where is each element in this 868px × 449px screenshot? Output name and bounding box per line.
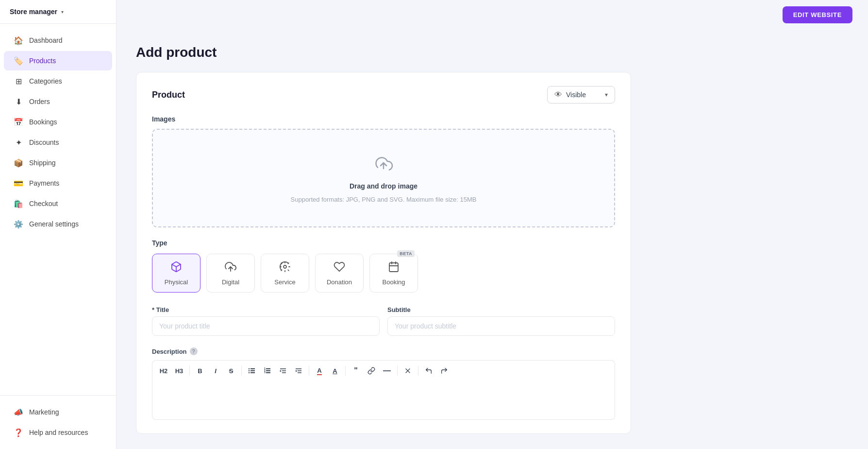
- box-icon: [170, 261, 182, 276]
- sidebar-item-general-settings[interactable]: ⚙️ General settings: [4, 214, 112, 234]
- toolbar-redo-button[interactable]: [437, 363, 451, 378]
- sidebar-item-products[interactable]: 🏷️ Products: [4, 51, 112, 70]
- editor-toolbar: H2 H3 B I S 123: [152, 360, 615, 381]
- toolbar-blockquote-button[interactable]: ": [349, 363, 363, 378]
- sidebar-nav: 🏠 Dashboard 🏷️ Products ⊞ Categories ⬇ O…: [0, 24, 116, 395]
- type-option-digital[interactable]: Digital: [206, 254, 255, 293]
- description-editor[interactable]: [152, 381, 615, 420]
- svg-rect-14: [266, 370, 270, 371]
- edit-website-button[interactable]: EDIT WEBSITE: [783, 6, 852, 23]
- images-label: Images: [152, 115, 615, 123]
- sidebar-item-label-help: Help and resources: [29, 429, 88, 436]
- drop-sub-text: Supported formats: JPG, PNG and SVG. Max…: [291, 196, 477, 203]
- description-info-icon[interactable]: ?: [190, 347, 198, 355]
- toolbar-h2-button[interactable]: H2: [156, 363, 171, 378]
- sidebar-item-label-checkout: Checkout: [29, 200, 58, 207]
- sidebar-item-discounts[interactable]: ✦ Discounts: [4, 133, 112, 152]
- svg-rect-9: [250, 372, 255, 373]
- toolbar-indent-decrease-button[interactable]: [276, 363, 290, 378]
- sidebar-item-label-categories: Categories: [29, 77, 62, 85]
- toolbar-link-button[interactable]: [364, 363, 379, 378]
- sidebar-item-label-discounts: Discounts: [29, 138, 59, 146]
- drop-main-text: Drag and drop image: [350, 182, 417, 190]
- toolbar-ordered-list-button[interactable]: 123: [260, 363, 275, 378]
- payments-icon: 💳: [14, 178, 23, 188]
- checkout-icon: 🛍️: [14, 199, 23, 208]
- svg-text:3: 3: [264, 371, 266, 374]
- sidebar-item-label-bookings: Bookings: [29, 118, 57, 126]
- title-field-group: * Title: [152, 306, 380, 336]
- type-label-donation: Donation: [327, 278, 352, 286]
- sidebar-item-orders[interactable]: ⬇ Orders: [4, 92, 112, 111]
- svg-point-12: [249, 372, 250, 373]
- toolbar-divider-3: [309, 366, 309, 376]
- subtitle-input[interactable]: [387, 316, 615, 336]
- store-manager-header[interactable]: Store manager ▾: [0, 0, 116, 24]
- toolbar-text-underline-button[interactable]: A: [328, 363, 342, 378]
- general-settings-icon: ⚙️: [14, 219, 23, 229]
- dashboard-icon: 🏠: [14, 35, 23, 45]
- store-manager-label: Store manager: [10, 8, 57, 16]
- sidebar-item-categories[interactable]: ⊞ Categories: [4, 71, 112, 91]
- toolbar-italic-button[interactable]: I: [208, 363, 223, 378]
- toolbar-undo-button[interactable]: [421, 363, 436, 378]
- type-label-digital: Digital: [222, 278, 239, 286]
- sidebar-item-marketing[interactable]: 📣 Marketing: [4, 402, 112, 422]
- svg-rect-8: [250, 370, 255, 371]
- orders-icon: ⬇: [14, 97, 23, 106]
- bookings-icon: 📅: [14, 117, 23, 127]
- type-label-physical: Physical: [165, 278, 188, 286]
- beta-badge: BETA: [397, 250, 415, 257]
- sidebar-item-label-marketing: Marketing: [29, 408, 59, 416]
- toolbar-clear-format-button[interactable]: [401, 363, 415, 378]
- toolbar-h3-button[interactable]: H3: [172, 363, 186, 378]
- svg-rect-7: [250, 368, 255, 369]
- svg-point-11: [249, 370, 250, 371]
- marketing-icon: 📣: [14, 407, 23, 417]
- toolbar-text-color-button[interactable]: A: [312, 363, 327, 378]
- sidebar-item-label-general-settings: General settings: [29, 220, 79, 228]
- topbar: EDIT WEBSITE: [117, 0, 868, 29]
- title-input[interactable]: [152, 316, 380, 336]
- svg-rect-15: [266, 372, 270, 373]
- toolbar-divider-6: [418, 366, 418, 376]
- visibility-chevron-icon: ▾: [605, 91, 608, 98]
- type-options: Physical Digital: [152, 254, 615, 293]
- sidebar-item-label-products: Products: [29, 57, 56, 65]
- svg-rect-3: [389, 263, 398, 272]
- toolbar-indent-increase-button[interactable]: [291, 363, 306, 378]
- type-option-service[interactable]: Service: [261, 254, 309, 293]
- toolbar-strikethrough-button[interactable]: S: [224, 363, 238, 378]
- visibility-eye-icon: 👁: [554, 90, 562, 99]
- sidebar-item-dashboard[interactable]: 🏠 Dashboard: [4, 31, 112, 50]
- sidebar-item-bookings[interactable]: 📅 Bookings: [4, 112, 112, 132]
- sidebar-item-checkout[interactable]: 🛍️ Checkout: [4, 194, 112, 213]
- svg-point-10: [249, 368, 250, 369]
- sidebar-item-label-orders: Orders: [29, 98, 50, 105]
- image-dropzone[interactable]: Drag and drop image Supported formats: J…: [152, 129, 615, 227]
- sidebar-bottom: 📣 Marketing ❓ Help and resources: [0, 395, 116, 449]
- title-label: * Title: [152, 306, 380, 313]
- description-label: Description: [152, 348, 187, 355]
- type-option-donation[interactable]: Donation: [315, 254, 364, 293]
- sidebar-item-label-shipping: Shipping: [29, 159, 56, 167]
- upload-icon: [372, 153, 395, 176]
- toolbar-hr-button[interactable]: —: [380, 363, 394, 378]
- type-label: Type: [152, 239, 615, 247]
- toolbar-bold-button[interactable]: B: [193, 363, 207, 378]
- sidebar-item-shipping[interactable]: 📦 Shipping: [4, 153, 112, 173]
- type-option-booking[interactable]: BETA Booking: [369, 254, 418, 293]
- visibility-dropdown[interactable]: 👁 Visible ▾: [547, 86, 615, 104]
- sidebar-item-help[interactable]: ❓ Help and resources: [4, 423, 112, 442]
- sidebar-item-label-dashboard: Dashboard: [29, 36, 63, 44]
- sidebar-item-payments[interactable]: 💳 Payments: [4, 173, 112, 193]
- type-section: Type Physical: [152, 239, 615, 293]
- type-option-physical[interactable]: Physical: [152, 254, 200, 293]
- toolbar-bullet-list-button[interactable]: [245, 363, 259, 378]
- subtitle-label: Subtitle: [387, 306, 615, 313]
- toolbar-divider-2: [241, 366, 242, 376]
- title-subtitle-row: * Title Subtitle: [152, 306, 615, 336]
- description-label-row: Description ?: [152, 347, 615, 355]
- categories-icon: ⊞: [14, 76, 23, 86]
- svg-point-2: [284, 265, 286, 268]
